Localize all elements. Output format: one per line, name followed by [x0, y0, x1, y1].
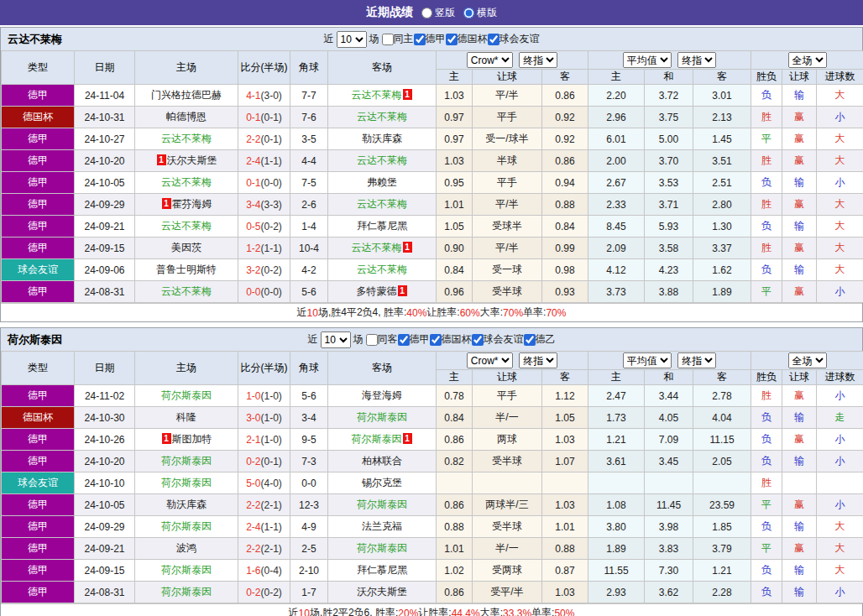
red-card-badge: 1 [398, 285, 407, 296]
sub-avg-away: 客 [693, 70, 751, 85]
avg-select[interactable]: 平均值 [623, 352, 672, 368]
result-goals: 大 [817, 516, 863, 538]
result-outcome: 负 [751, 172, 782, 194]
odds-home: 0.84 [437, 259, 473, 281]
odds-handicap: 两球半/三 [473, 494, 542, 516]
recent-count-select[interactable]: 10 [321, 331, 351, 348]
odds-away [542, 472, 588, 494]
odds-company-select[interactable]: Crow* [467, 52, 513, 68]
avg-home: 2.47 [588, 385, 645, 407]
checkbox-input[interactable] [430, 334, 442, 346]
odds-home: 0.78 [437, 385, 473, 407]
filter-checkbox[interactable]: 德国杯 [446, 32, 488, 46]
result-outcome: 胜 [751, 107, 782, 128]
result-handicap: 赢 [782, 281, 817, 303]
odds-handicap: 受半球 [473, 281, 542, 303]
avg-final-select[interactable]: 终指 [677, 52, 716, 68]
team-label: 霍芬海姆 [172, 198, 212, 210]
match-score: 1-2(1-1) [238, 238, 290, 259]
odds-home [437, 472, 473, 494]
layout-radio-horizontal[interactable]: 横版 [463, 6, 497, 20]
games-label: 场 [353, 332, 364, 347]
avg-draw: 4.05 [645, 407, 693, 429]
match-score: 0-5(0-2) [238, 216, 290, 238]
odds-home: 0.90 [437, 238, 473, 259]
checkbox-input[interactable] [446, 34, 458, 45]
recent-count-select[interactable]: 10 [337, 31, 367, 48]
checkbox-input[interactable] [366, 334, 378, 346]
checkbox-input[interactable] [524, 334, 536, 346]
odds-company-select[interactable]: Crow* [467, 352, 513, 368]
team-label: 门兴格拉德巴赫 [151, 89, 222, 101]
avg-home [588, 472, 645, 494]
checkbox-input[interactable] [382, 34, 394, 45]
sub-goals-result: 进球数 [817, 70, 863, 85]
scope-select[interactable]: 全场 [788, 352, 827, 368]
avg-away: 1.89 [693, 281, 751, 303]
avg-final-select[interactable]: 终指 [677, 352, 716, 368]
filter-row: 云达不莱梅 近 10 场 同主德甲德国杯球会友谊 [1, 28, 862, 50]
result-outcome: 胜 [751, 238, 782, 259]
filter-checkbox[interactable]: 德甲 [414, 32, 446, 46]
odds-away: 0.88 [542, 194, 588, 216]
match-score: 2-2(2-1) [238, 494, 290, 516]
sub-avg-draw: 和 [645, 370, 693, 385]
checkbox-label: 同主 [394, 32, 414, 46]
match-type: 德甲 [2, 429, 75, 451]
red-card-badge: 1 [403, 89, 412, 100]
home-team: 勒沃库森 [135, 494, 238, 516]
avg-select[interactable]: 平均值 [623, 52, 672, 68]
match-date: 24-09-29 [75, 516, 135, 538]
match-type: 德甲 [2, 238, 75, 259]
corner-score: 4-4 [290, 150, 328, 172]
odds-final-select[interactable]: 终指 [519, 352, 557, 368]
near-label: 近 [308, 332, 318, 347]
odds-handicap: 平手 [473, 385, 542, 407]
checkbox-input[interactable] [414, 34, 426, 45]
odds-home: 1.01 [437, 194, 473, 216]
home-team: 云达不莱梅 [135, 172, 238, 194]
checkbox-input[interactable] [398, 334, 410, 346]
team-label: 普鲁士明斯特 [156, 264, 217, 275]
league-checkbox-group: 同主德甲德国杯球会友谊 [382, 32, 540, 46]
team-name: 云达不莱梅 [1, 32, 62, 47]
team-label: 沃尔夫斯堡 [357, 586, 407, 598]
result-handicap: 赢 [782, 150, 817, 172]
checkbox-input[interactable] [488, 34, 499, 45]
corner-score: 7-3 [290, 451, 328, 472]
match-row: 德甲24-09-21波鸿2-2(2-1)2-5荷尔斯泰因1.01半/一0.881… [2, 538, 863, 560]
avg-away: 2.78 [693, 385, 751, 407]
away-team: 拜仁慕尼黑 [328, 560, 437, 582]
avg-draw: 11.45 [645, 494, 693, 516]
result-goals: 大 [817, 259, 863, 281]
corner-score: 9-5 [290, 429, 328, 451]
odds-handicap: 半/一 [473, 538, 542, 560]
avg-home: 2.00 [588, 150, 645, 172]
filter-checkbox[interactable]: 球会友谊 [472, 332, 524, 347]
match-date: 24-10-27 [75, 128, 135, 150]
filter-checkbox[interactable]: 德乙 [524, 332, 556, 347]
filter-checkbox[interactable]: 球会友谊 [488, 32, 540, 46]
match-type: 德甲 [2, 172, 75, 194]
summary-text: 场,胜4平2负4, 胜率: [318, 305, 406, 320]
odds-final-select[interactable]: 终指 [519, 52, 557, 68]
horizontal-radio-input[interactable] [463, 8, 474, 18]
filter-checkbox[interactable]: 德国杯 [430, 332, 472, 347]
avg-home: 2.09 [588, 238, 645, 259]
result-goals: 小 [817, 385, 863, 407]
filter-checkbox[interactable]: 德甲 [398, 332, 430, 347]
odds-handicap [473, 472, 542, 494]
vertical-radio-input[interactable] [421, 8, 432, 18]
layout-radio-vertical[interactable]: 竖版 [421, 6, 455, 20]
away-team: 多特蒙德1 [328, 281, 437, 303]
avg-home: 3.73 [588, 281, 645, 303]
match-date: 24-10-26 [75, 429, 135, 451]
scope-select[interactable]: 全场 [788, 52, 827, 68]
filter-checkbox[interactable]: 同客 [366, 332, 398, 347]
team-label: 荷尔斯泰因 [161, 586, 212, 598]
checkbox-input[interactable] [472, 334, 484, 346]
filter-checkbox[interactable]: 同主 [382, 32, 414, 46]
corner-score: 3-5 [290, 128, 328, 150]
result-outcome: 平 [751, 128, 782, 150]
odds-away: 0.99 [542, 238, 588, 259]
